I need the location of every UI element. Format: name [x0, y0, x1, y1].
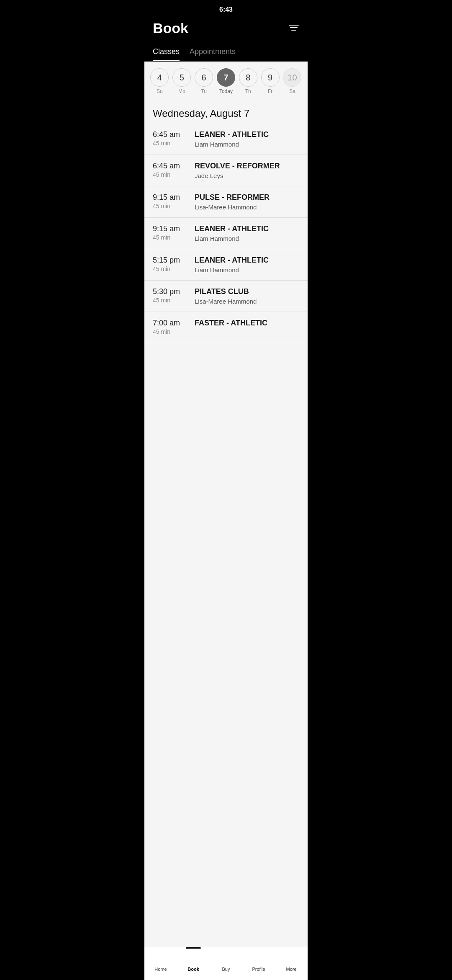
date-item-5[interactable]: 5Mo: [172, 68, 192, 94]
class-time-main: 9:15 am: [153, 224, 190, 233]
class-time-duration: 45 min: [153, 171, 190, 178]
class-time-main: 7:00 am: [153, 319, 190, 328]
svg-point-11: [291, 959, 292, 960]
date-day-label: Th: [245, 88, 251, 94]
class-info: LEANER - ATHLETICLiam Hammond: [190, 224, 299, 242]
class-item[interactable]: 6:45 am45 minREVOLVE - REFORMERJade Leys: [144, 155, 308, 186]
class-info: LEANER - ATHLETICLiam Hammond: [190, 130, 299, 148]
class-instructor: Lisa-Maree Hammond: [195, 298, 299, 305]
class-time-duration: 45 min: [153, 328, 190, 335]
date-number: 10: [283, 68, 301, 87]
class-name: LEANER - ATHLETIC: [195, 256, 299, 265]
class-item[interactable]: 9:15 am45 minLEANER - ATHLETICLiam Hammo…: [144, 218, 308, 249]
filter-icon: [288, 23, 299, 32]
status-time: 6:43: [219, 6, 233, 13]
svg-point-10: [287, 959, 288, 960]
class-time-duration: 45 min: [153, 234, 190, 241]
class-info: LEANER - ATHLETICLiam Hammond: [190, 256, 299, 273]
class-time-block: 6:45 am45 min: [153, 162, 190, 178]
class-list: 6:45 am45 minLEANER - ATHLETICLiam Hammo…: [144, 124, 308, 342]
date-day-label: Fr: [268, 88, 272, 94]
buy-icon: [220, 953, 232, 965]
class-time-block: 5:30 pm45 min: [153, 287, 190, 304]
class-item[interactable]: 5:30 pm45 minPILATES CLUBLisa-Maree Hamm…: [144, 281, 308, 312]
date-number: 8: [239, 68, 257, 87]
date-day-label: Today: [219, 88, 233, 94]
tabs-bar: Classes Appointments: [144, 43, 308, 62]
class-name: REVOLVE - REFORMER: [195, 162, 299, 170]
date-item-8[interactable]: 8Th: [238, 68, 258, 94]
date-number: 6: [195, 68, 213, 87]
class-time-main: 6:45 am: [153, 130, 190, 139]
class-info: PULSE - REFORMERLisa-Maree Hammond: [190, 193, 299, 211]
class-time-block: 9:15 am45 min: [153, 193, 190, 209]
date-number: 4: [150, 68, 169, 87]
nav-active-bar: [186, 947, 201, 949]
class-time-duration: 45 min: [153, 140, 190, 147]
nav-profile[interactable]: Profile: [242, 952, 275, 966]
class-info: PILATES CLUBLisa-Maree Hammond: [190, 287, 299, 305]
tab-appointments[interactable]: Appointments: [190, 43, 236, 61]
date-number: 5: [172, 68, 191, 87]
svg-point-9: [257, 955, 260, 959]
class-instructor: Liam Hammond: [195, 266, 299, 273]
date-number: 9: [261, 68, 280, 87]
date-item-9[interactable]: 9Fr: [260, 68, 280, 94]
book-icon: [187, 953, 199, 965]
class-item[interactable]: 7:00 am45 minFASTER - ATHLETIC: [144, 312, 308, 342]
date-item-10[interactable]: 10Sa: [282, 68, 302, 94]
class-name: PULSE - REFORMER: [195, 193, 299, 202]
class-name: LEANER - ATHLETIC: [195, 130, 299, 139]
class-instructor: Liam Hammond: [195, 141, 299, 148]
class-time-block: 7:00 am45 min: [153, 319, 190, 335]
class-time-main: 5:30 pm: [153, 287, 190, 296]
class-item[interactable]: 5:15 pm45 minLEANER - ATHLETICLiam Hammo…: [144, 249, 308, 281]
class-time-duration: 45 min: [153, 266, 190, 272]
filter-button[interactable]: [288, 23, 299, 34]
class-name: PILATES CLUB: [195, 287, 299, 296]
header: Book: [144, 16, 308, 43]
class-time-main: 6:45 am: [153, 162, 190, 170]
tab-classes[interactable]: Classes: [153, 43, 180, 61]
home-icon: [155, 953, 167, 965]
class-time-block: 6:45 am45 min: [153, 130, 190, 147]
class-info: FASTER - ATHLETIC: [190, 319, 299, 329]
date-item-4[interactable]: 4Su: [149, 68, 170, 94]
bottom-nav: Home Book Buy Profile More: [144, 947, 308, 966]
date-picker: 4Su5Mo6Tu7Today8Th9Fr10Sa: [144, 62, 308, 101]
date-item-7[interactable]: 7Today: [216, 68, 236, 94]
page-title: Book: [153, 20, 188, 36]
class-time-main: 5:15 pm: [153, 256, 190, 265]
class-time-duration: 45 min: [153, 203, 190, 209]
section-date: Wednesday, August 7: [144, 101, 308, 124]
date-day-label: Mo: [178, 88, 185, 94]
class-info: REVOLVE - REFORMERJade Leys: [190, 162, 299, 179]
profile-icon: [253, 953, 265, 965]
nav-book[interactable]: Book: [177, 952, 210, 966]
class-name: LEANER - ATHLETIC: [195, 224, 299, 233]
nav-buy[interactable]: Buy: [210, 952, 242, 966]
svg-rect-3: [159, 960, 162, 963]
class-instructor: Liam Hammond: [195, 235, 299, 242]
date-day-label: Su: [157, 88, 163, 94]
class-item[interactable]: 9:15 am45 minPULSE - REFORMERLisa-Maree …: [144, 186, 308, 218]
nav-more[interactable]: More: [275, 952, 308, 966]
class-item[interactable]: 6:45 am45 minLEANER - ATHLETICLiam Hammo…: [144, 124, 308, 155]
class-name: FASTER - ATHLETIC: [195, 319, 299, 328]
date-day-label: Tu: [201, 88, 207, 94]
class-instructor: Jade Leys: [195, 172, 299, 179]
class-time-block: 9:15 am45 min: [153, 224, 190, 241]
content-area: 4Su5Mo6Tu7Today8Th9Fr10Sa Wednesday, Aug…: [144, 62, 308, 966]
class-time-block: 5:15 pm45 min: [153, 256, 190, 272]
date-number: 7: [217, 68, 235, 87]
svg-point-12: [294, 959, 295, 960]
class-time-duration: 45 min: [153, 297, 190, 304]
date-item-6[interactable]: 6Tu: [194, 68, 214, 94]
date-day-label: Sa: [289, 88, 295, 94]
svg-rect-4: [190, 955, 198, 964]
class-time-main: 9:15 am: [153, 193, 190, 202]
nav-home[interactable]: Home: [144, 952, 177, 966]
more-icon: [285, 953, 297, 965]
class-instructor: Lisa-Maree Hammond: [195, 204, 299, 211]
status-bar: 6:43: [144, 0, 308, 16]
